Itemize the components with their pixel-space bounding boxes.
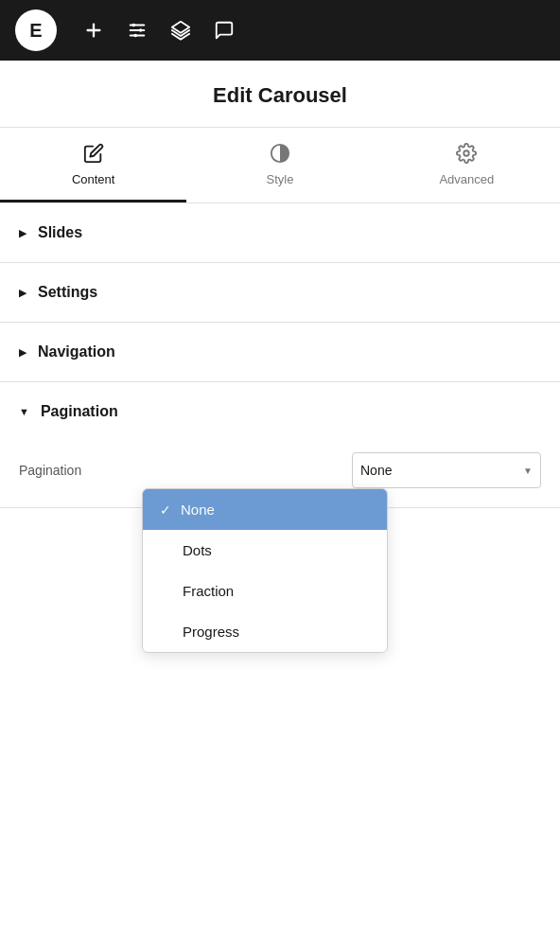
svg-point-7 [133, 34, 137, 38]
accordion-navigation: ▶ Navigation [0, 323, 560, 382]
pagination-arrow: ▼ [19, 406, 29, 417]
accordion-settings: ▶ Settings [0, 263, 560, 323]
checkmark-icon: ✓ [160, 502, 171, 518]
slides-label: Slides [38, 224, 82, 241]
accordion-navigation-header[interactable]: ▶ Navigation [0, 323, 560, 381]
pagination-dropdown: ✓ None Dots Fraction Progress [142, 488, 388, 653]
pagination-content: Pagination None ▼ ✓ None Dots [0, 441, 560, 507]
select-caret-icon: ▼ [523, 466, 533, 476]
pencil-icon [83, 143, 104, 167]
chat-icon[interactable] [214, 20, 235, 41]
tab-content[interactable]: Content [0, 128, 186, 202]
plus-icon[interactable] [83, 20, 104, 41]
layers-icon[interactable] [170, 20, 191, 41]
toolbar: E [0, 0, 560, 61]
panel-title: Edit Carousel [0, 61, 560, 128]
pagination-select[interactable]: None ▼ [352, 452, 541, 488]
gear-icon [456, 143, 477, 167]
pagination-field-row: Pagination None ▼ ✓ None Dots [19, 452, 541, 488]
tab-content-label: Content [72, 172, 115, 186]
dropdown-option-dots[interactable]: Dots [143, 530, 387, 571]
toolbar-icons [83, 20, 235, 41]
settings-arrow: ▶ [19, 287, 26, 299]
accordion-slides-header[interactable]: ▶ Slides [0, 203, 560, 262]
accordion-settings-header[interactable]: ▶ Settings [0, 263, 560, 322]
tab-style-label: Style [267, 172, 294, 186]
tab-advanced-label: Advanced [439, 172, 494, 186]
accordion-pagination: ▼ Pagination Pagination None ▼ ✓ None Do… [0, 382, 560, 508]
pagination-select-value: None [360, 463, 392, 478]
svg-point-6 [139, 28, 143, 32]
tabs-bar: Content Style Advanced [0, 128, 560, 203]
dropdown-option-progress[interactable]: Progress [143, 611, 387, 652]
svg-point-10 [464, 150, 470, 156]
navigation-label: Navigation [38, 343, 115, 361]
style-icon [270, 143, 290, 167]
dropdown-option-fraction[interactable]: Fraction [143, 571, 387, 611]
elementor-logo[interactable]: E [15, 9, 57, 51]
sliders-icon[interactable] [127, 20, 148, 41]
slides-arrow: ▶ [19, 227, 26, 239]
navigation-arrow: ▶ [19, 346, 26, 359]
pagination-field-label: Pagination [19, 463, 81, 478]
dropdown-option-none[interactable]: ✓ None [143, 489, 387, 530]
accordion-slides: ▶ Slides [0, 203, 560, 263]
svg-point-5 [132, 24, 136, 27]
tab-style[interactable]: Style [186, 128, 373, 202]
pagination-label: Pagination [41, 403, 118, 420]
tab-advanced[interactable]: Advanced [374, 128, 560, 202]
settings-label: Settings [38, 284, 97, 301]
accordion-pagination-header[interactable]: ▼ Pagination [0, 382, 560, 441]
